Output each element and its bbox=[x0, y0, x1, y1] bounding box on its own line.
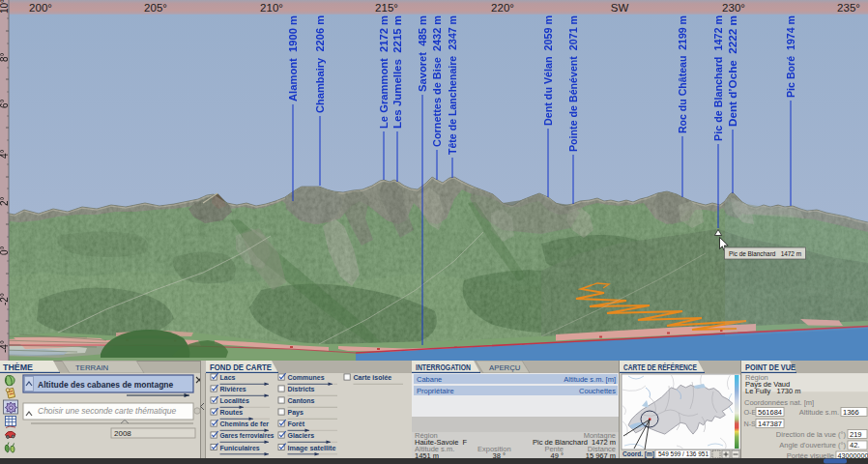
svg-text:235°: 235° bbox=[837, 2, 860, 14]
svg-text:Pic Boré 1974 m: Pic Boré 1974 m bbox=[785, 15, 796, 98]
svg-text:THÈME: THÈME bbox=[3, 362, 33, 372]
svg-text:Couchettes: Couchettes bbox=[579, 387, 616, 395]
svg-text:Le Grammont 2172 m: Le Grammont 2172 m bbox=[378, 15, 390, 129]
svg-text:Angle d'ouverture (°): Angle d'ouverture (°) bbox=[779, 441, 846, 450]
svg-text:Alamont 1900 m: Alamont 1900 m bbox=[287, 15, 299, 102]
svg-text:CARTE DE RÉFÉRENCE: CARTE DE RÉFÉRENCE bbox=[623, 362, 697, 372]
svg-text:Cabane: Cabane bbox=[417, 375, 442, 384]
svg-text:Funiculaires: Funiculaires bbox=[220, 445, 260, 451]
svg-text:Direction de la vue (°): Direction de la vue (°) bbox=[776, 430, 847, 439]
svg-text:Districts: Districts bbox=[288, 386, 315, 392]
svg-text:Carte isolée: Carte isolée bbox=[354, 374, 392, 381]
svg-text:Rivières: Rivières bbox=[220, 386, 246, 392]
svg-text:Altitude des cabanes de montag: Altitude des cabanes de montagne bbox=[38, 380, 174, 390]
svg-text:215°: 215° bbox=[375, 2, 398, 14]
svg-text:Altitude s.m.: Altitude s.m. bbox=[799, 408, 839, 417]
svg-text:Pic de Blanchard 1472 m: Pic de Blanchard 1472 m bbox=[729, 249, 801, 258]
svg-text:TERRAIN: TERRAIN bbox=[75, 363, 108, 372]
svg-text:220°: 220° bbox=[491, 2, 514, 14]
svg-text:2°: 2° bbox=[0, 196, 10, 206]
svg-text:Roc du Château 2199 m: Roc du Château 2199 m bbox=[677, 15, 688, 133]
svg-text:Coord. [m]: Coord. [m] bbox=[622, 450, 654, 458]
svg-text:Altitude s.m. [m]: Altitude s.m. [m] bbox=[564, 375, 616, 384]
svg-text:N-S: N-S bbox=[744, 420, 757, 428]
svg-text:Propriétaire: Propriétaire bbox=[417, 387, 454, 395]
svg-text:O-E: O-E bbox=[744, 408, 757, 417]
svg-text:Pays: Pays bbox=[288, 409, 304, 417]
svg-text:FOND DE CARTE: FOND DE CARTE bbox=[210, 362, 272, 372]
svg-text:Forêt: Forêt bbox=[288, 420, 305, 427]
svg-text:APERÇU: APERÇU bbox=[489, 363, 521, 372]
svg-text:4°: 4° bbox=[0, 149, 10, 159]
svg-text:2008: 2008 bbox=[114, 429, 131, 438]
svg-text:POINT DE VUE: POINT DE VUE bbox=[745, 362, 796, 372]
svg-text:549 599 / 136 951: 549 599 / 136 951 bbox=[658, 450, 709, 457]
svg-text:Pointe de Bénévent 2071 m: Pointe de Bénévent 2071 m bbox=[567, 15, 579, 152]
svg-text:Choisir une seconde carte thém: Choisir une seconde carte thématique bbox=[38, 406, 176, 416]
svg-text:Lacs: Lacs bbox=[220, 374, 236, 381]
svg-text:219: 219 bbox=[850, 430, 862, 439]
svg-text:-2°: -2° bbox=[0, 293, 10, 305]
svg-text:-4°: -4° bbox=[0, 340, 10, 353]
svg-text:230°: 230° bbox=[722, 2, 745, 14]
svg-text:42.: 42. bbox=[850, 441, 859, 450]
svg-text:1366: 1366 bbox=[843, 408, 859, 417]
svg-text:Le Fully 1730 m: Le Fully 1730 m bbox=[745, 387, 801, 395]
svg-text:INTERROGATION: INTERROGATION bbox=[416, 362, 471, 372]
svg-text:Image satellite: Image satellite bbox=[288, 445, 336, 452]
svg-text:210°: 210° bbox=[260, 2, 283, 14]
svg-text:0°: 0° bbox=[0, 246, 10, 255]
svg-text:8°: 8° bbox=[0, 52, 10, 62]
svg-text:Tête de Lanchenaire 2347 m: Tête de Lanchenaire 2347 m bbox=[447, 15, 458, 155]
svg-text:Cornettes de Bise 2432 m: Cornettes de Bise 2432 m bbox=[431, 15, 443, 147]
svg-text:147387: 147387 bbox=[758, 420, 782, 428]
svg-text:Dent d’Oche 2222 m: Dent d’Oche 2222 m bbox=[727, 15, 738, 127]
svg-text:Savoret 485 m: Savoret 485 m bbox=[417, 15, 428, 92]
svg-text:SW: SW bbox=[611, 2, 629, 14]
svg-text:Les Jumelles 2215 m: Les Jumelles 2215 m bbox=[391, 15, 403, 129]
svg-text:Chambairy 2206 m: Chambairy 2206 m bbox=[314, 15, 326, 113]
svg-text:Coordonnées nat. [m]: Coordonnées nat. [m] bbox=[744, 398, 814, 407]
svg-text:Dent du Vélan 2059 m: Dent du Vélan 2059 m bbox=[542, 15, 554, 126]
svg-text:6°: 6° bbox=[0, 99, 10, 108]
svg-text:Routes: Routes bbox=[220, 409, 244, 416]
svg-text:10°: 10° bbox=[0, 0, 10, 14]
svg-text:200°: 200° bbox=[29, 2, 52, 14]
svg-text:Chemins de fer: Chemins de fer bbox=[220, 420, 270, 427]
svg-text:Localités: Localités bbox=[220, 397, 249, 404]
svg-text:Pic de Blanchard 1472 m: Pic de Blanchard 1472 m bbox=[712, 15, 724, 141]
svg-text:Gares ferroviaires: Gares ferroviaires bbox=[220, 432, 275, 439]
svg-text:205°: 205° bbox=[144, 2, 167, 14]
svg-text:Cantons: Cantons bbox=[288, 397, 315, 404]
svg-text:Communes: Communes bbox=[288, 374, 325, 381]
svg-text:561684: 561684 bbox=[758, 408, 782, 417]
svg-text:Glaciers: Glaciers bbox=[288, 432, 315, 439]
